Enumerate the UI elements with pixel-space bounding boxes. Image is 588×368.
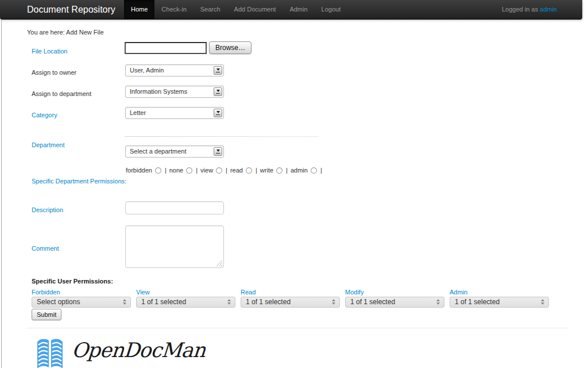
assign-owner-value: User, Admin: [130, 67, 164, 74]
forbidden-multiselect-value: Select options: [37, 298, 80, 306]
dropdown-arrow-icon: [214, 87, 222, 96]
logged-in-text: Logged in as: [502, 6, 540, 13]
modify-multiselect-value: 1 of 1 selected: [350, 298, 395, 306]
updown-arrow-icon: [332, 299, 335, 305]
radio-label-read: read: [230, 167, 243, 174]
updown-arrow-icon: [436, 299, 440, 305]
separator: |: [226, 167, 227, 174]
admin-multiselect[interactable]: 1 of 1 selected: [450, 297, 549, 308]
assign-department-value: Information Systems: [130, 88, 187, 95]
radio-label-admin: admin: [291, 167, 308, 174]
file-location-input[interactable]: [125, 42, 207, 54]
department-permission-radios: forbidden| none| view| read| write| admi…: [126, 167, 325, 174]
radio-write[interactable]: [276, 167, 283, 174]
open-book-icon: [36, 338, 64, 368]
comment-textarea[interactable]: [125, 225, 224, 268]
radio-view[interactable]: [216, 167, 222, 174]
separator: |: [196, 167, 198, 174]
brand-title[interactable]: Document Repository: [27, 0, 115, 19]
updown-arrow-icon: [227, 299, 231, 305]
admin-column-label[interactable]: Admin: [450, 289, 467, 296]
window-edge-line: [1, 20, 2, 368]
top-navbar: Document Repository Home Check-in Search…: [0, 0, 582, 20]
description-input[interactable]: [125, 201, 224, 214]
radio-read[interactable]: [246, 167, 252, 174]
file-location-label[interactable]: File Location: [32, 48, 67, 55]
category-label[interactable]: Category: [32, 112, 57, 118]
specific-department-permissions-label[interactable]: Specific Department Permissions:: [32, 178, 126, 185]
assign-department-select[interactable]: Information Systems: [125, 86, 224, 98]
dropdown-arrow-icon: [214, 66, 222, 75]
dropdown-arrow-icon: [214, 109, 222, 117]
department-value: Select a department: [130, 148, 186, 155]
add-new-file-page: Document Repository Home Check-in Search…: [0, 0, 588, 368]
radio-none[interactable]: [186, 167, 192, 174]
footer-divider: [27, 328, 568, 328]
section-divider: [125, 136, 319, 137]
dropdown-arrow-icon: [214, 147, 222, 156]
separator: |: [256, 167, 257, 174]
forbidden-column-label[interactable]: Forbidden: [32, 289, 60, 296]
updown-arrow-icon: [123, 299, 126, 305]
radio-label-none: none: [169, 167, 183, 174]
nav-item-add-document[interactable]: Add Document: [227, 0, 283, 19]
updown-arrow-icon: [541, 299, 544, 305]
browse-button[interactable]: Browse…: [209, 41, 252, 54]
comment-label[interactable]: Comment: [32, 245, 59, 252]
assign-department-label: Assign to department: [32, 90, 91, 97]
specific-user-permissions-heading: Specific User Permissions:: [32, 278, 113, 285]
category-value: Letter: [130, 109, 146, 116]
separator: |: [286, 167, 288, 174]
modify-multiselect[interactable]: 1 of 1 selected: [345, 297, 444, 308]
nav-item-search[interactable]: Search: [194, 0, 227, 19]
radio-label-forbidden: forbidden: [126, 167, 152, 174]
assign-owner-label: Assign to owner: [32, 69, 76, 76]
radio-label-write: write: [260, 167, 273, 174]
separator: |: [165, 167, 167, 174]
read-multiselect[interactable]: 1 of 1 selected: [241, 297, 340, 308]
radio-admin[interactable]: [311, 167, 317, 174]
opendocman-logo[interactable]: OpenDocMan: [36, 338, 205, 368]
radio-forbidden[interactable]: [155, 167, 161, 174]
nav-item-check-in[interactable]: Check-in: [154, 0, 193, 19]
nav-item-logout[interactable]: Logout: [315, 0, 348, 19]
department-label[interactable]: Department: [32, 141, 64, 148]
description-label[interactable]: Description: [32, 206, 63, 213]
nav-item-admin[interactable]: Admin: [283, 0, 314, 19]
submit-button[interactable]: Submit: [32, 309, 61, 320]
username-link[interactable]: admin: [540, 6, 557, 13]
view-multiselect[interactable]: 1 of 1 selected: [136, 297, 235, 308]
view-multiselect-value: 1 of 1 selected: [141, 298, 186, 306]
logged-in-status: Logged in as admin: [502, 0, 557, 19]
admin-multiselect-value: 1 of 1 selected: [455, 298, 500, 306]
department-select[interactable]: Select a department: [125, 145, 224, 158]
forbidden-multiselect[interactable]: Select options: [32, 297, 131, 308]
assign-owner-select[interactable]: User, Admin: [125, 64, 224, 76]
modify-column-label[interactable]: Modify: [345, 289, 363, 296]
view-column-label[interactable]: View: [136, 289, 150, 296]
category-select[interactable]: Letter: [125, 107, 224, 119]
logo-text: OpenDocMan: [71, 339, 206, 362]
main-nav: Home Check-in Search Add Document Admin …: [124, 0, 347, 19]
read-column-label[interactable]: Read: [241, 289, 256, 296]
nav-item-home[interactable]: Home: [124, 0, 154, 19]
read-multiselect-value: 1 of 1 selected: [246, 298, 291, 306]
radio-label-view: view: [200, 167, 213, 174]
breadcrumb: You are here: Add New File: [27, 29, 104, 36]
separator: |: [320, 167, 322, 174]
